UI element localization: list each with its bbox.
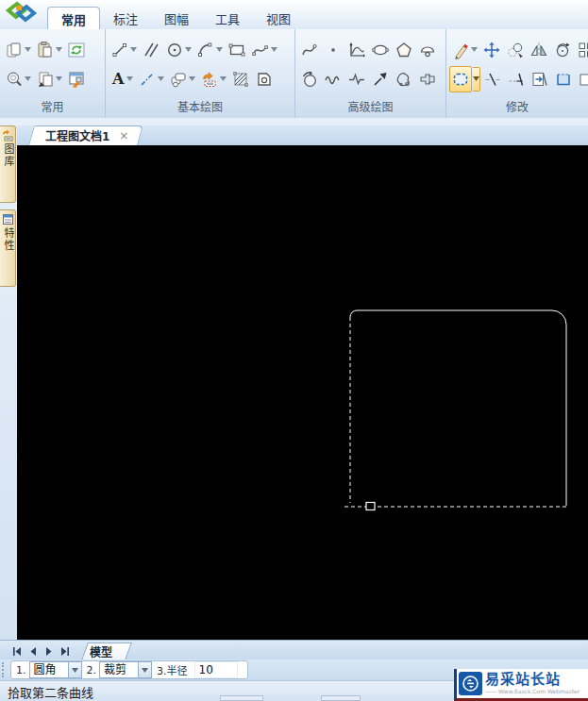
zigzag-line-button[interactable]	[345, 66, 368, 92]
block-icon	[169, 70, 188, 89]
fillet-button[interactable]	[449, 66, 472, 92]
delete-button[interactable]	[449, 37, 479, 63]
paste-button[interactable]	[34, 37, 64, 63]
parallel-line-button[interactable]	[140, 37, 162, 63]
edge-align-button[interactable]	[529, 66, 551, 92]
parallel-lines-icon	[142, 41, 160, 59]
app-logo-icon[interactable]	[4, 1, 38, 26]
arc-button[interactable]	[194, 37, 225, 63]
prev-sheet-button[interactable]	[25, 644, 40, 659]
toolbar-grip-handle[interactable]	[2, 662, 8, 677]
redraw-button[interactable]	[65, 66, 88, 92]
dropdown-arrow-icon	[72, 668, 78, 673]
centerline-button[interactable]	[136, 66, 166, 92]
line-button[interactable]	[109, 37, 139, 63]
radius-input[interactable]: 10	[194, 661, 238, 678]
ole-refresh-button[interactable]	[65, 37, 88, 63]
ellipse-button[interactable]	[369, 37, 392, 63]
dropdown-arrow-icon	[25, 76, 31, 81]
delete-pencil-icon	[451, 41, 470, 59]
zoom-button[interactable]	[3, 66, 33, 92]
pan-button[interactable]	[34, 66, 64, 92]
stretch-button[interactable]	[552, 66, 575, 92]
rotate-button[interactable]	[551, 37, 574, 63]
mirror-icon	[529, 41, 548, 59]
trim-mode-dropdown-button[interactable]	[138, 662, 151, 677]
last-sheet-button[interactable]	[58, 644, 72, 659]
tab-sheet[interactable]: 图幅	[151, 7, 202, 29]
dropdown-arrow-icon	[56, 76, 62, 81]
dropdown-arrow-icon	[471, 47, 478, 52]
fillet-mode-value: 圆角	[30, 662, 68, 677]
contour-button[interactable]	[393, 66, 415, 92]
dropdown-arrow-icon	[271, 47, 277, 52]
first-sheet-button[interactable]	[9, 644, 24, 659]
fillet-mode-dropdown-button[interactable]	[68, 662, 81, 677]
group-label-common: 常用	[0, 97, 105, 118]
block-button[interactable]	[167, 66, 197, 92]
rectangle-button[interactable]	[226, 37, 248, 63]
point-button[interactable]	[322, 37, 344, 63]
spline-button[interactable]	[249, 37, 279, 63]
watermark-badge: 易采站长站 —— Www.Easck.Com Webmaster	[454, 669, 588, 701]
step2-label: 2.	[87, 664, 97, 676]
dropdown-arrow-icon	[142, 668, 148, 673]
status-prompt: 拾取第二条曲线	[8, 683, 93, 701]
drawing-canvas[interactable]	[17, 145, 588, 640]
refresh-window-icon	[67, 41, 86, 59]
group-modify: 修改	[446, 29, 588, 118]
fillet-mode-combobox[interactable]: 圆角	[29, 661, 82, 678]
polygon-button[interactable]	[393, 37, 415, 63]
close-document-icon[interactable]: ×	[119, 129, 128, 142]
tab-common[interactable]: 常用	[47, 7, 100, 29]
model-sheet-tab[interactable]: 模型	[81, 643, 126, 660]
wavy-line-button[interactable]	[322, 66, 344, 92]
fillet-icon	[451, 70, 470, 89]
next-sheet-button[interactable]	[42, 644, 56, 659]
pick-box-cursor[interactable]	[366, 503, 375, 510]
detail-view-icon	[200, 70, 219, 89]
dropdown-arrow-icon	[189, 76, 195, 81]
scale-button[interactable]	[576, 66, 588, 92]
text-tool-icon: A	[110, 70, 126, 89]
copy-button[interactable]	[3, 37, 33, 63]
paste-icon	[36, 41, 55, 59]
copy-entities-button[interactable]	[504, 37, 527, 63]
scale-icon	[578, 70, 588, 89]
curve-button[interactable]	[298, 37, 321, 63]
centerline-icon	[138, 70, 157, 89]
tab-annotate[interactable]: 标注	[100, 7, 151, 29]
text-button[interactable]: A	[109, 66, 135, 92]
tab-view[interactable]: 视图	[253, 7, 304, 29]
hatch-button[interactable]	[229, 66, 252, 92]
extend-button[interactable]	[505, 66, 528, 92]
fillet-dropdown-button[interactable]	[473, 67, 480, 92]
arrow-button[interactable]	[369, 66, 392, 92]
sidebar-tab-properties[interactable]: 特性	[0, 209, 16, 287]
sidebar-tab-library[interactable]: 图库	[0, 125, 16, 203]
fill-button[interactable]	[253, 66, 276, 92]
circle-button[interactable]	[163, 37, 193, 63]
tab-tools[interactable]: 工具	[202, 7, 253, 29]
circle-icon	[165, 41, 184, 59]
shaft-button[interactable]	[416, 66, 439, 92]
command-options-panel: 1. 圆角 2. 裁剪 3.半径 10	[10, 660, 248, 679]
ribbon: 常用	[0, 29, 588, 119]
sheet-bar: 模型	[0, 640, 588, 660]
group-common: 常用	[0, 29, 106, 118]
formula-curve-button[interactable]	[345, 37, 368, 63]
arc-fit-button[interactable]	[298, 66, 321, 92]
detail-view-button[interactable]	[198, 66, 228, 92]
rectangle-icon	[227, 41, 246, 59]
redraw-window-icon	[67, 70, 86, 89]
caxa-cad-window: 常用 标注 图幅 工具 视图	[0, 0, 588, 701]
profile-button[interactable]	[416, 37, 439, 63]
watermark-subtitle: —— Www.Easck.Com Webmaster	[485, 689, 580, 694]
dropdown-arrow-icon	[220, 76, 227, 81]
trim-mode-combobox[interactable]: 裁剪	[99, 661, 152, 678]
mirror-button[interactable]	[528, 37, 550, 63]
trim-button[interactable]	[481, 66, 504, 92]
array-button[interactable]	[575, 37, 588, 63]
move-button[interactable]	[480, 37, 503, 63]
document-tab[interactable]: 工程图文档1 ×	[28, 125, 138, 145]
